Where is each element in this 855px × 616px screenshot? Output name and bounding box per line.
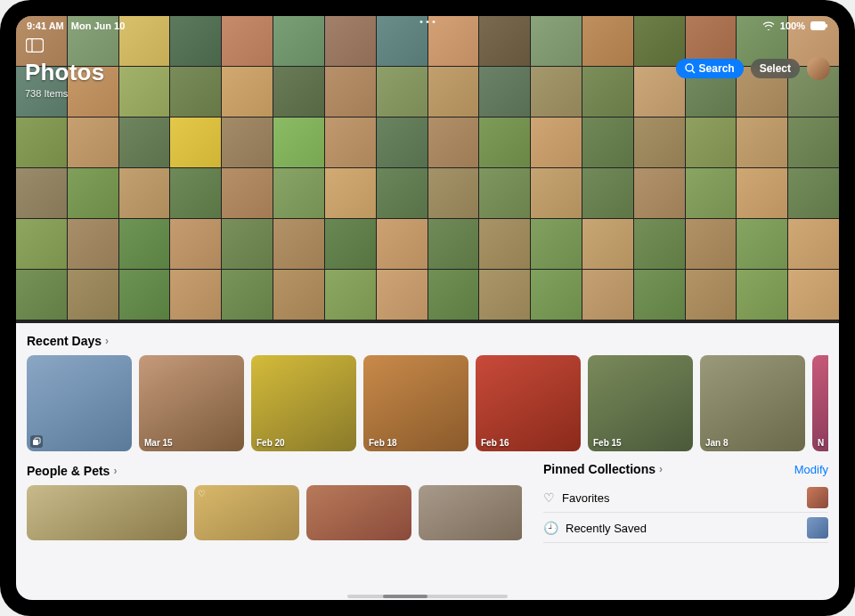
photo-thumbnail[interactable] <box>68 219 118 269</box>
people-pets-card[interactable]: ♡ <box>194 485 299 540</box>
photo-thumbnail[interactable] <box>686 168 737 218</box>
photo-thumbnail[interactable] <box>582 168 633 218</box>
photo-thumbnail[interactable] <box>119 118 170 167</box>
recent-day-card[interactable]: Feb 16 <box>476 355 581 451</box>
photo-thumbnail[interactable] <box>170 270 221 320</box>
photo-thumbnail[interactable] <box>16 219 67 269</box>
photo-thumbnail[interactable] <box>377 270 428 320</box>
photo-thumbnail[interactable] <box>582 270 633 320</box>
recent-days-title: Recent Days <box>27 334 102 348</box>
multitasking-dots-icon[interactable] <box>420 20 436 23</box>
photo-thumbnail[interactable] <box>273 118 324 167</box>
pinned-row-label: Recently Saved <box>566 522 647 535</box>
pinned-list: ♡Favorites🕘Recently Saved <box>543 483 828 543</box>
photo-thumbnail[interactable] <box>68 118 118 167</box>
photo-thumbnail[interactable] <box>788 270 839 320</box>
photo-thumbnail[interactable] <box>634 219 685 269</box>
recent-day-card[interactable]: Mar 15 <box>139 355 244 451</box>
photo-thumbnail[interactable] <box>686 270 737 320</box>
photo-thumbnail[interactable] <box>479 168 530 218</box>
recent-day-card[interactable]: Jan 8 <box>700 355 805 451</box>
day-card-label: Feb 15 <box>593 438 622 448</box>
photo-thumbnail[interactable] <box>170 219 221 269</box>
people-pets-header[interactable]: People & Pets › <box>27 464 522 478</box>
recent-days-row[interactable]: Mar 15Feb 20Feb 18Feb 16Feb 15Jan 8N <box>27 355 828 451</box>
people-pets-card[interactable] <box>306 485 411 540</box>
recent-day-card[interactable]: Feb 18 <box>363 355 468 451</box>
photo-thumbnail[interactable] <box>119 270 170 320</box>
photo-thumbnail[interactable] <box>119 219 170 269</box>
recent-day-card[interactable]: Feb 15 <box>588 355 693 451</box>
photo-thumbnail[interactable] <box>377 168 428 218</box>
recent-day-card[interactable]: N <box>812 355 828 451</box>
photo-grid-area[interactable]: Photos 738 Items Search Select <box>16 16 839 323</box>
photo-thumbnail[interactable] <box>222 270 273 320</box>
photo-thumbnail[interactable] <box>222 118 273 167</box>
pinned-collections-header[interactable]: Pinned Collections › <box>543 462 663 476</box>
photo-thumbnail[interactable] <box>119 168 170 218</box>
people-pets-row[interactable]: ♡ <box>27 485 522 540</box>
photo-thumbnail[interactable] <box>737 118 787 167</box>
photo-thumbnail[interactable] <box>377 219 428 269</box>
photo-thumbnail[interactable] <box>222 168 273 218</box>
photo-thumbnail[interactable] <box>531 118 582 167</box>
photo-thumbnail[interactable] <box>634 270 685 320</box>
photo-thumbnail[interactable] <box>737 270 787 320</box>
photo-thumbnail[interactable] <box>428 118 479 167</box>
pinned-row[interactable]: ♡Favorites <box>543 483 828 513</box>
profile-avatar[interactable] <box>807 57 830 80</box>
pinned-collections-title: Pinned Collections <box>543 462 656 476</box>
photo-thumbnail[interactable] <box>531 168 582 218</box>
modify-link[interactable]: Modify <box>794 463 828 476</box>
photo-thumbnail[interactable] <box>686 118 737 167</box>
photo-thumbnail[interactable] <box>428 168 479 218</box>
photo-thumbnail[interactable] <box>325 219 376 269</box>
select-button[interactable]: Select <box>751 59 800 78</box>
recent-day-card[interactable]: Feb 20 <box>251 355 356 451</box>
pinned-row-label: Favorites <box>562 491 609 505</box>
photo-thumbnail[interactable] <box>634 168 685 218</box>
day-card-label: Feb 18 <box>369 438 397 448</box>
photo-thumbnail[interactable] <box>16 270 67 320</box>
photo-thumbnail[interactable] <box>325 168 376 218</box>
photo-thumbnail[interactable] <box>325 270 376 320</box>
photo-thumbnail[interactable] <box>16 118 67 167</box>
photo-thumbnail[interactable] <box>16 168 67 218</box>
photo-thumbnail[interactable] <box>68 168 118 218</box>
photo-thumbnail[interactable] <box>479 270 530 320</box>
photo-thumbnail[interactable] <box>686 219 737 269</box>
pinned-row[interactable]: 🕘Recently Saved <box>543 514 828 543</box>
photo-thumbnail[interactable] <box>737 219 787 269</box>
recent-days-header[interactable]: Recent Days › <box>27 334 828 348</box>
home-indicator[interactable] <box>347 595 508 598</box>
recent-day-card[interactable] <box>27 355 132 451</box>
photo-thumbnail[interactable] <box>377 118 428 167</box>
search-button[interactable]: Search <box>676 59 744 78</box>
photo-thumbnail[interactable] <box>170 118 221 167</box>
sidebar-toggle-icon[interactable] <box>25 37 45 53</box>
photo-thumbnail[interactable] <box>325 118 376 167</box>
photo-thumbnail[interactable] <box>479 118 530 167</box>
photo-thumbnail[interactable] <box>582 219 633 269</box>
photo-thumbnail[interactable] <box>582 118 633 167</box>
photo-thumbnail[interactable] <box>273 219 324 269</box>
people-pets-card[interactable] <box>419 485 522 540</box>
photo-thumbnail[interactable] <box>428 219 479 269</box>
people-pets-card[interactable] <box>27 485 187 540</box>
photo-thumbnail[interactable] <box>68 270 118 320</box>
photo-thumbnail[interactable] <box>273 270 324 320</box>
heart-icon: ♡ <box>543 490 555 505</box>
photo-thumbnail[interactable] <box>531 270 582 320</box>
photo-thumbnail[interactable] <box>788 118 839 167</box>
photo-thumbnail[interactable] <box>737 168 787 218</box>
photo-thumbnail[interactable] <box>531 219 582 269</box>
photo-thumbnail[interactable] <box>479 219 530 269</box>
photo-thumbnail[interactable] <box>428 270 479 320</box>
photo-thumbnail[interactable] <box>788 168 839 218</box>
photo-thumbnail[interactable] <box>788 219 839 269</box>
photo-thumbnail[interactable] <box>634 118 685 167</box>
photo-thumbnail[interactable] <box>273 168 324 218</box>
item-count: 738 Items <box>25 88 104 99</box>
photo-thumbnail[interactable] <box>222 219 273 269</box>
photo-thumbnail[interactable] <box>170 168 221 218</box>
